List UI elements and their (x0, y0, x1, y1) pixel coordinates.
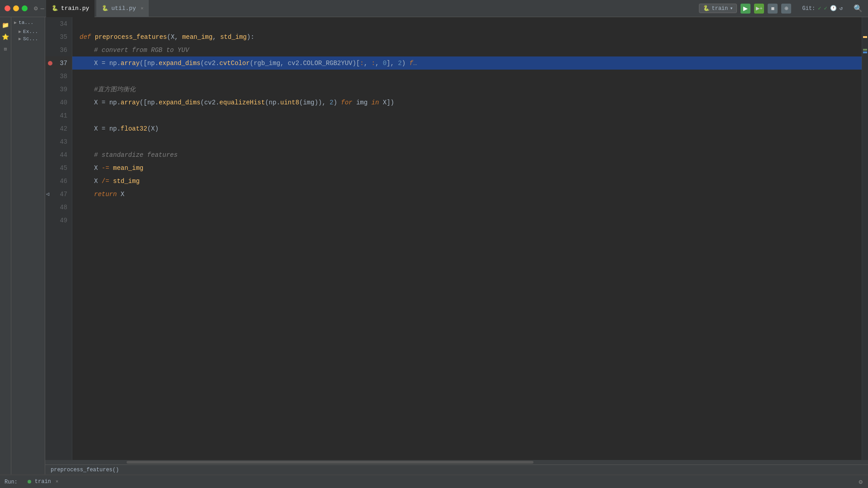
project-tree-panel: ▶ ta... ▶ Ex... ▶ Sc... (11, 17, 45, 474)
settings-icon[interactable]: ⚙ (34, 5, 38, 12)
line-num-45: 45 (45, 161, 72, 174)
line-num-44: 44 (45, 148, 72, 161)
git-section: Git: ✓ ✓ 🕐 ↺ (797, 5, 848, 12)
minimize-window-button[interactable] (13, 5, 19, 11)
run-label: Run: (0, 479, 22, 485)
line-num-34: 34 (45, 17, 72, 30)
line-num-36: 36 (45, 43, 72, 56)
tab-train-py-label: train.py (61, 5, 89, 12)
chevron-down-icon: ▾ (730, 5, 733, 12)
tree-item-expand[interactable]: ▶ Ex... (12, 28, 44, 35)
line-num-47: ◁ 47 (45, 188, 72, 201)
run-button[interactable]: ▶ (741, 4, 750, 14)
coverage-button[interactable]: ⊕ (781, 4, 791, 14)
code-line-48 (72, 201, 862, 214)
run-label-text: Run: (2, 479, 20, 485)
close-util-py-icon[interactable]: × (141, 6, 144, 11)
python-file-icon: 🐍 (52, 5, 58, 12)
close-train-tab-icon[interactable]: × (56, 479, 59, 484)
code-line-44: # standardize features (72, 148, 862, 161)
run-config-selector[interactable]: 🐍 train ▾ (699, 4, 737, 13)
code-line-37: X = np.array([ np.expand_dims( cv2.cvtCo… (72, 56, 862, 70)
code-line-43 (72, 135, 862, 148)
code-line-42: X = np.float32( X) (72, 122, 862, 135)
line-num-48: 48 (45, 201, 72, 214)
git-check2-icon[interactable]: ✓ (824, 5, 827, 12)
tab-util-py-label: util.py (111, 5, 136, 12)
line-numbers: 34 35 36 37 38 39 40 41 42 43 44 45 46 ◁… (45, 17, 72, 460)
gutter-mark-ok (863, 49, 867, 51)
stop-button[interactable]: ■ (768, 4, 778, 14)
tree-scr-icon: ▶ (19, 36, 21, 42)
horizontal-scrollbar[interactable] (45, 460, 868, 465)
code-line-34 (72, 17, 862, 30)
code-line-38 (72, 70, 862, 83)
python-file-icon-2: 🐍 (102, 5, 108, 12)
line-num-38: 38 (45, 70, 72, 83)
editor-area: 34 35 36 37 38 39 40 41 42 43 44 45 46 ◁… (45, 17, 868, 474)
title-bar: ⚙ — 🐍 train.py 🐍 util.py × 🐍 train ▾ ▶ ▶… (0, 0, 868, 17)
add-config-button[interactable]: ▶+ (754, 4, 764, 14)
tree-expand-icon: ▶ (19, 29, 21, 34)
run-dot-icon (28, 480, 31, 483)
line-num-41: 41 (45, 109, 72, 122)
gutter-mark-warning (863, 36, 867, 38)
line-num-37: 37 (45, 56, 72, 70)
settings-gear-icon[interactable]: ⚙ (859, 478, 863, 486)
main-area: 📁 ⭐ ⊞ ▶ ta... ▶ Ex... ▶ Sc... 34 35 36 (0, 17, 868, 474)
code-line-49 (72, 214, 862, 227)
left-icon-strip: 📁 ⭐ ⊞ (0, 17, 11, 474)
tree-item-task1[interactable]: ▶ ta... (12, 19, 44, 26)
git-label: Git: (802, 5, 815, 12)
line-num-43: 43 (45, 135, 72, 148)
code-line-36: # convert from RGB to YUV (72, 43, 862, 56)
bottom-panel-right-icons: ⚙ (859, 478, 868, 486)
breadcrumb-bar: preprocess_features() (45, 465, 868, 474)
tree-item-scr[interactable]: ▶ Sc... (12, 35, 44, 42)
maximize-window-button[interactable] (22, 5, 28, 11)
run-icon-small: 🐍 (703, 5, 710, 12)
git-undo-icon[interactable]: ↺ (840, 5, 843, 12)
line-num-49: 49 (45, 214, 72, 227)
line-num-46: 46 (45, 174, 72, 188)
code-content[interactable]: def preprocess_features(X, mean_img, std… (72, 17, 862, 460)
search-icon[interactable]: 🔍 (848, 4, 868, 13)
line-num-39: 39 (45, 83, 72, 96)
tree-label-task1: ta... (19, 20, 33, 25)
editor-gutter (862, 17, 868, 460)
git-check-icon[interactable]: ✓ (818, 5, 821, 12)
tab-train-label: train (35, 479, 51, 485)
tree-label-scr: Sc... (23, 36, 38, 42)
tab-train-py[interactable]: 🐍 train.py (46, 0, 94, 17)
code-line-40: X = np.array([ np.expand_dims( cv2.equal… (72, 96, 862, 109)
line-num-35: 35 (45, 30, 72, 43)
tab-util-py[interactable]: 🐍 util.py × (96, 0, 149, 17)
minimize-icon[interactable]: — (40, 5, 44, 12)
breakpoint-marker (48, 61, 52, 66)
tab-train-run[interactable]: train × (22, 475, 64, 488)
structure-icon[interactable]: ⊞ (1, 44, 10, 53)
code-line-39: #直方图均衡化 (72, 83, 862, 96)
window-controls (0, 5, 32, 11)
run-config-label: train (712, 5, 728, 12)
git-clock-icon[interactable]: 🕐 (830, 5, 837, 12)
code-line-35: def preprocess_features(X, mean_img, std… (72, 30, 862, 43)
editor-tab-bar: 🐍 train.py 🐍 util.py × (46, 0, 693, 17)
tree-arrow-icon: ▶ (14, 20, 17, 25)
run-controls: 🐍 train ▾ ▶ ▶+ ■ ⊕ (693, 4, 797, 14)
code-line-47: return X (72, 188, 862, 201)
tree-label-ext: Ex... (23, 29, 38, 34)
code-line-41 (72, 109, 862, 122)
code-editor[interactable]: 34 35 36 37 38 39 40 41 42 43 44 45 46 ◁… (45, 17, 868, 460)
h-scroll-thumb[interactable] (127, 461, 533, 464)
line-num-42: 42 (45, 122, 72, 135)
close-window-button[interactable] (5, 5, 10, 11)
favorites-icon[interactable]: ⭐ (1, 33, 10, 42)
code-line-46: X /= std_img (72, 174, 862, 188)
breadcrumb-text: preprocess_features() (51, 467, 119, 473)
code-line-45: X -= mean_img (72, 161, 862, 174)
line-num-40: 40 (45, 96, 72, 109)
gutter-mark-info (863, 52, 867, 53)
bottom-tab-bar: Run: train × ⚙ (0, 475, 868, 488)
project-icon[interactable]: 📁 (1, 21, 10, 30)
